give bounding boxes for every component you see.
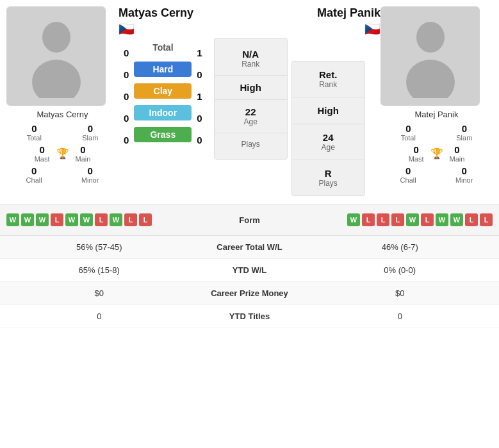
right-player-avatar xyxy=(380,6,480,106)
main-area: Matyas Cerny 0 Total 0 Slam 0 Mast 🏆 xyxy=(0,0,499,196)
right-slam-stat: 0 Slam xyxy=(456,123,472,142)
form-badge-right: L xyxy=(377,213,389,226)
left-grass-score: 0 xyxy=(119,130,134,149)
right-stats-row1: 0 Total 0 Slam xyxy=(380,123,493,142)
right-total-score: 1 xyxy=(192,43,207,62)
clay-badge-row: Clay xyxy=(134,81,192,101)
right-high-stat: High xyxy=(292,97,364,124)
left-trophy-icon: 🏆 xyxy=(56,147,69,160)
stats-center-label: YTD W/L xyxy=(186,265,314,275)
left-player-bottom-stats: 0 Total 0 Slam 0 Mast 🏆 0 Main xyxy=(6,123,119,184)
left-hard-score: 0 xyxy=(119,65,134,84)
right-high-value: High xyxy=(318,105,339,116)
mid-high-stat: High xyxy=(215,76,287,100)
right-mast-stat: 0 Mast xyxy=(409,144,424,163)
right-rank-value: Ret. xyxy=(319,69,337,80)
left-trophy-row: 0 Mast 🏆 0 Main xyxy=(6,144,119,163)
mid-age-stat: 22 Age xyxy=(215,100,287,133)
svg-point-3 xyxy=(406,60,455,98)
grass-badge-row: Grass xyxy=(134,125,192,144)
right-rank-label: Rank xyxy=(319,80,337,89)
right-indoor-score: 0 xyxy=(192,108,207,128)
form-badge-left: W xyxy=(80,213,93,226)
right-age-stat: 24 Age xyxy=(292,124,364,160)
stats-row: 56% (57-45) Career Total W/L 46% (6-7) xyxy=(0,236,499,259)
form-row: WWWLWWLWLL Form WLLLWLWWLL xyxy=(6,210,493,230)
svg-point-2 xyxy=(416,22,445,53)
left-stats-row1: 0 Total 0 Slam xyxy=(6,123,119,142)
left-player-name: Matyas Cerny xyxy=(6,110,119,119)
left-chall-stat: 0 Chall xyxy=(26,165,42,184)
left-slam-stat: 0 Slam xyxy=(82,123,98,142)
right-header-name: Matej Panik xyxy=(317,6,380,20)
left-name-flag: Matyas Cerny 🇨🇿 xyxy=(119,6,193,37)
mid-rank-value: N/A xyxy=(242,49,259,60)
right-total-stat: 0 Total xyxy=(401,123,416,142)
right-clay-score: 1 xyxy=(192,87,207,106)
mid-stats-box: N/A Rank High 22 Age Plays xyxy=(214,38,288,160)
stats-left-val: 65% (15-8) xyxy=(13,265,186,275)
stats-left-val: 0 xyxy=(13,311,186,321)
right-chall-stat: 0 Chall xyxy=(400,165,416,184)
stats-center-label: YTD Titles xyxy=(186,311,314,321)
form-badge-right: W xyxy=(347,213,360,226)
form-section: WWWLWWLWLL Form WLLLWLWWLL xyxy=(0,204,499,235)
stats-right-val: 0% (0-0) xyxy=(314,265,487,275)
right-player-card: Matej Panik 0 Total 0 Slam 0 Mast 🏆 xyxy=(380,6,493,196)
right-age-label: Age xyxy=(322,143,335,152)
total-label: Total xyxy=(134,42,192,53)
mid-age-value: 22 xyxy=(245,106,256,117)
stats-right-val: 0 xyxy=(314,311,487,321)
stats-left-val: 56% (57-45) xyxy=(13,242,186,252)
form-badge-right: L xyxy=(465,213,478,226)
right-rank-stat: Ret. Rank xyxy=(292,62,364,97)
form-badge-left: W xyxy=(21,213,34,226)
left-stats-row3: 0 Chall 0 Minor xyxy=(6,165,119,184)
left-mast-stat: 0 Mast xyxy=(35,144,50,163)
right-player-name: Matej Panik xyxy=(380,110,493,119)
left-avatar-silhouette xyxy=(28,15,85,98)
mid-rank-label: Rank xyxy=(241,60,259,69)
form-badge-left: W xyxy=(6,213,19,226)
right-grass-score: 0 xyxy=(192,130,207,149)
form-badge-right: W xyxy=(436,213,448,226)
form-badge-left: L xyxy=(95,213,108,226)
right-stats-box: Ret. Rank High 24 Age R Plays xyxy=(291,61,365,196)
left-header-name: Matyas Cerny xyxy=(119,6,193,20)
right-trophy-row: 0 Mast 🏆 0 Main xyxy=(380,144,493,163)
form-badge-right: W xyxy=(450,213,463,226)
right-flag: 🇨🇿 xyxy=(364,21,380,37)
right-trophy-icon: 🏆 xyxy=(430,147,443,160)
left-player-card: Matyas Cerny 0 Total 0 Slam 0 Mast 🏆 xyxy=(6,6,119,196)
stats-right-val: $0 xyxy=(314,288,487,298)
center-area: Matyas Cerny 🇨🇿 Matej Panik 🇨🇿 0 0 0 0 0 xyxy=(119,6,380,196)
form-badge-left: W xyxy=(65,213,78,226)
stats-center-label: Career Prize Money xyxy=(186,288,314,298)
stats-row: 0 YTD Titles 0 xyxy=(0,305,499,328)
right-hard-score: 0 xyxy=(192,65,207,84)
left-clay-score: 0 xyxy=(119,87,134,106)
mid-age-label: Age xyxy=(244,117,258,126)
right-minor-stat: 0 Minor xyxy=(455,165,473,184)
names-row: Matyas Cerny 🇨🇿 Matej Panik 🇨🇿 xyxy=(119,6,380,37)
left-indoor-score: 0 xyxy=(119,108,134,128)
left-minor-stat: 0 Minor xyxy=(81,165,99,184)
right-plays-value: R xyxy=(325,168,332,179)
mid-plays-stat: Plays xyxy=(215,133,287,155)
right-age-value: 24 xyxy=(323,132,334,143)
stats-row: $0 Career Prize Money $0 xyxy=(0,282,499,305)
mid-plays-label: Plays xyxy=(241,140,260,149)
hard-badge: Hard xyxy=(134,62,192,77)
left-main-stat: 0 Main xyxy=(76,144,91,163)
left-scores: 0 0 0 0 0 xyxy=(119,38,134,149)
form-label: Form xyxy=(192,215,307,225)
stats-row: 65% (15-8) YTD W/L 0% (0-0) xyxy=(0,259,499,282)
indoor-badge: Indoor xyxy=(134,105,192,120)
clay-badge: Clay xyxy=(134,83,192,99)
hard-badge-row: Hard xyxy=(134,60,192,79)
right-main-stat: 0 Main xyxy=(450,144,465,163)
right-form-badges: WLLLWLWWLL xyxy=(307,213,493,226)
form-badge-left: L xyxy=(124,213,137,226)
mid-rank-stat: N/A Rank xyxy=(215,42,287,76)
form-badge-left: W xyxy=(110,213,122,226)
